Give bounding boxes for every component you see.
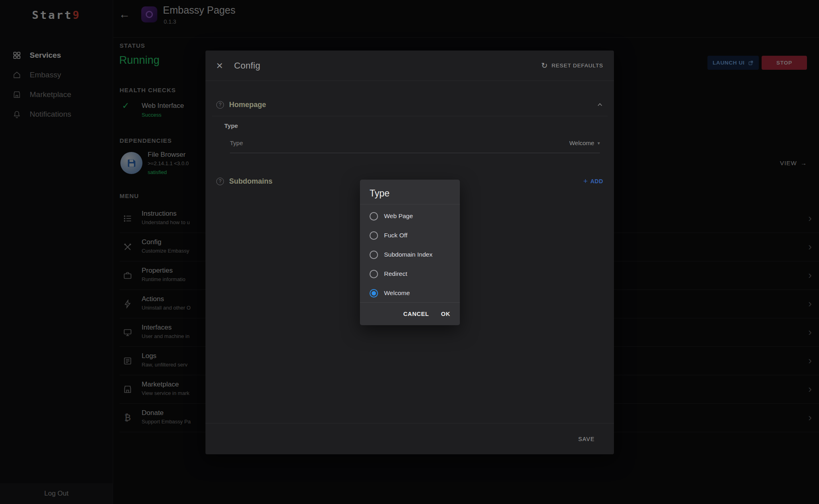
- radio-icon: [370, 251, 378, 259]
- dialog-title: Type: [360, 180, 460, 204]
- radio-group: Web Page Fuck Off Subdomain Index Redire…: [360, 204, 460, 303]
- radio-label: Fuck Off: [384, 232, 407, 239]
- radio-label: Redirect: [384, 270, 407, 277]
- radio-icon-selected: [370, 289, 378, 298]
- radio-label: Subdomain Index: [384, 251, 433, 258]
- radio-option-fuck-off[interactable]: Fuck Off: [360, 226, 460, 245]
- radio-icon: [370, 212, 378, 221]
- app-root: Start9 Services Embassy Marketplace: [0, 0, 819, 504]
- radio-option-welcome[interactable]: Welcome: [360, 283, 460, 303]
- radio-option-web-page[interactable]: Web Page: [360, 206, 460, 226]
- radio-icon: [370, 231, 378, 240]
- type-select-dialog: Type Web Page Fuck Off Subdomain Index R…: [360, 180, 460, 325]
- dialog-footer: CANCEL OK: [360, 302, 460, 325]
- radio-option-subdomain-index[interactable]: Subdomain Index: [360, 245, 460, 264]
- radio-label: Web Page: [384, 213, 413, 220]
- ok-button[interactable]: OK: [441, 311, 450, 317]
- radio-icon: [370, 270, 378, 278]
- cancel-button[interactable]: CANCEL: [403, 311, 429, 317]
- radio-option-redirect[interactable]: Redirect: [360, 264, 460, 283]
- radio-label: Welcome: [384, 289, 410, 297]
